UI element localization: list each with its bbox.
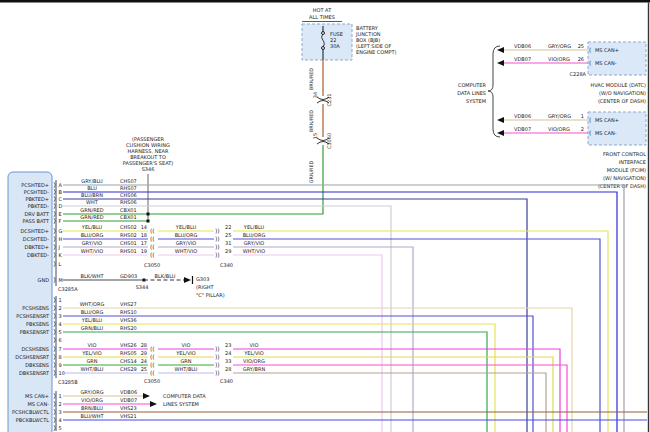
wire-color-label: VIO — [182, 342, 191, 348]
wire — [233, 357, 553, 432]
pin-number: 25 — [578, 43, 584, 49]
pin-label: F — [59, 218, 62, 224]
splice-label: S344 — [136, 284, 149, 290]
pin-label: 3 — [59, 409, 62, 415]
hot-at-all-times-label: HOT AT — [313, 7, 332, 13]
connector-pin-icon — [54, 329, 55, 335]
wire-color-label: BLK/BLU — [155, 273, 176, 279]
circuit-label: CBX01 — [120, 214, 137, 220]
connector-pin-icon: ( — [589, 129, 591, 136]
connector-pin-icon — [54, 218, 55, 224]
pin-label: 1 — [59, 297, 62, 303]
pin-number: 2 — [581, 126, 584, 132]
pin-number: 31 — [225, 240, 231, 246]
wire-color-label: WHT/ORG — [80, 301, 105, 307]
signal-label: PBKTED- — [28, 203, 49, 209]
connector-pin-icon — [54, 370, 55, 376]
splice-label: S346 — [142, 166, 155, 172]
circuit-label: VHS21 — [120, 413, 137, 419]
connector-label: C3285A — [58, 286, 78, 292]
module-pin-label: MS CAN+ — [595, 117, 619, 123]
circuit-label: RHS10 — [120, 309, 137, 315]
wire-color-label: GRY/BLU — [81, 178, 103, 184]
brace-icon — [488, 46, 500, 137]
wire-color-label: GRN — [86, 358, 97, 364]
flow-arrow — [497, 117, 504, 123]
wire-color-label: VIO — [88, 342, 97, 348]
circuit-label: RHS06 — [120, 199, 137, 205]
wiring-diagram-page: HOT ATALL TIMESFUSE2230ABATTERYJUNCTIONB… — [0, 0, 650, 432]
pin-label: 4 — [59, 321, 62, 327]
connector-pair-icon: (( — [150, 251, 155, 258]
circuit-label: VHS36 — [120, 317, 137, 323]
seat-module-wiring-schematic: HOT ATALL TIMESFUSE2230ABATTERYJUNCTIONB… — [0, 0, 650, 432]
connector-pin-icon — [54, 393, 55, 399]
hvac-caption: (W/O NAVIGATION) — [599, 90, 646, 96]
connector-pin-icon — [54, 196, 55, 202]
wire-color-label: BLU/ORG — [243, 232, 266, 238]
signal-label: PBKSENSRT — [20, 329, 50, 335]
signal-label: DBKTED- — [27, 252, 49, 258]
hvac-caption: (CENTER OF DASH) — [598, 98, 646, 104]
wire-color-label: BRN/RED — [309, 68, 314, 90]
signal-label: PCSHTED- — [24, 189, 50, 195]
circuit-label: RHS05 — [120, 350, 137, 356]
pin-label: 7 — [59, 346, 62, 352]
pin-label: 5 — [59, 425, 62, 431]
computer-data-lines-label: COMPUTER — [458, 82, 487, 88]
connector-pair-icon: (( — [150, 243, 155, 250]
wire-color-label: BLU/ORG — [81, 232, 104, 238]
pin-number: 14 — [141, 224, 147, 230]
wire-color-label: GRY/ORG — [548, 113, 571, 119]
wire-color-label: GRY/ORG — [548, 43, 571, 49]
signal-label: PBKSENS — [26, 321, 49, 327]
connector-pair-icon: (( — [150, 353, 155, 360]
flow-arrow — [184, 277, 191, 283]
connector-label: C231 — [326, 93, 332, 106]
pin-label: 8 — [59, 354, 62, 360]
flow-arrow — [497, 47, 504, 53]
wire-color-label: GRY/ORG — [80, 389, 103, 395]
connector-pin-icon — [54, 261, 55, 267]
wire-color-label: GRN/RED — [80, 214, 103, 220]
wire — [233, 247, 413, 432]
computer-data-lines-label: SYSTEM — [466, 98, 486, 104]
connector-pin-icon — [54, 203, 55, 209]
splice-dot — [147, 213, 150, 216]
pin-label: 2 — [59, 401, 62, 407]
ground-location-label: "C" PILLAR) — [196, 292, 225, 298]
wire-color-label: YEL/VIO — [175, 350, 196, 356]
wire-color-label: BLU/WHT — [80, 413, 104, 419]
fuse-label: 30A — [330, 43, 340, 49]
wire-color-label: VIO — [250, 342, 259, 348]
pin-label: E — [59, 211, 62, 217]
connector-pin-icon — [54, 297, 55, 303]
wire-color-label: BLU/ORG — [81, 309, 104, 315]
signal-label: PCSHTED+ — [21, 182, 49, 188]
ground-location-label: G303 — [196, 276, 209, 282]
connector-pin-icon — [54, 425, 55, 431]
fcim-caption: INTERFACE — [619, 159, 646, 165]
fcim-caption: MODULE (FCIM) — [607, 167, 646, 173]
pin-label: 3 — [59, 313, 62, 319]
hot-at-all-times-label: ALL TIMES — [309, 14, 335, 20]
circuit-label: VDB06 — [514, 43, 531, 49]
circuit-label: CHS29 — [120, 366, 137, 372]
computer-data-lines-label: LINES SYSTEM — [163, 401, 199, 407]
pin-number: 18 — [141, 232, 147, 238]
wire-color-label: YEL/VIO — [243, 350, 264, 356]
connector-pair-icon: (( — [150, 235, 155, 242]
connector-pair-icon: (( — [150, 369, 155, 376]
signal-label: DCSHSENSRT — [15, 354, 50, 360]
signal-label: DBKSENSRT — [19, 370, 50, 376]
pin-label: 4 — [59, 417, 62, 423]
signal-label: MS CAN+ — [25, 393, 49, 399]
signal-label: DRV BATT — [24, 211, 49, 217]
signal-label: DBKTED+ — [25, 244, 49, 250]
computer-data-lines-label: DATA LINES — [457, 90, 486, 96]
pin-label: K — [59, 252, 63, 258]
pin-label: H — [59, 236, 63, 242]
wire-color-label: BLK/WHT — [81, 273, 105, 279]
circuit-label: VDB06 — [514, 113, 531, 119]
wire-color-label: WHT/BLU — [80, 366, 103, 372]
